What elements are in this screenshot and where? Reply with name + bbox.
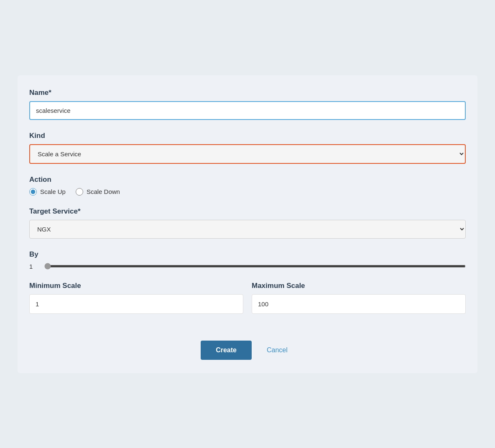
cancel-button[interactable]: Cancel (260, 341, 294, 360)
scale-up-option[interactable]: Scale Up (29, 188, 66, 196)
scale-row: Minimum Scale Maximum Scale (29, 282, 466, 326)
min-scale-label: Minimum Scale (29, 282, 243, 290)
target-service-label: Target Service* (29, 207, 466, 216)
scale-up-radio[interactable] (29, 188, 37, 196)
scale-down-radio[interactable] (76, 188, 83, 196)
by-slider[interactable] (44, 265, 466, 267)
kind-select-wrapper: Scale a Service Scale Up Scale Down (29, 144, 466, 164)
scale-up-label: Scale Up (40, 188, 66, 195)
action-field-group: Action Scale Up Scale Down (29, 176, 466, 196)
scale-down-option[interactable]: Scale Down (76, 188, 120, 196)
max-scale-label: Maximum Scale (252, 282, 466, 290)
max-scale-field-group: Maximum Scale (252, 282, 466, 314)
target-service-field-group: Target Service* NGX API Worker (29, 207, 466, 239)
action-label: Action (29, 176, 466, 184)
action-radio-group: Scale Up Scale Down (29, 188, 466, 196)
min-scale-input[interactable] (29, 294, 243, 314)
by-field-group: By 1 (29, 250, 466, 270)
target-service-select[interactable]: NGX API Worker (29, 220, 466, 239)
name-field-group: Name* (29, 89, 466, 120)
min-scale-field-group: Minimum Scale (29, 282, 243, 314)
form-container: Name* Kind Scale a Service Scale Up Scal… (18, 75, 477, 373)
slider-container: 1 (29, 263, 466, 270)
kind-select[interactable]: Scale a Service Scale Up Scale Down (29, 144, 466, 164)
kind-label: Kind (29, 132, 466, 140)
max-scale-input[interactable] (252, 294, 466, 314)
name-label: Name* (29, 89, 466, 97)
scale-down-label: Scale Down (87, 188, 120, 195)
slider-value-display: 1 (29, 263, 38, 270)
create-button[interactable]: Create (201, 341, 252, 360)
by-label: By (29, 250, 466, 259)
kind-field-group: Kind Scale a Service Scale Up Scale Down (29, 132, 466, 164)
button-row: Create Cancel (29, 341, 466, 360)
name-input[interactable] (29, 101, 466, 120)
